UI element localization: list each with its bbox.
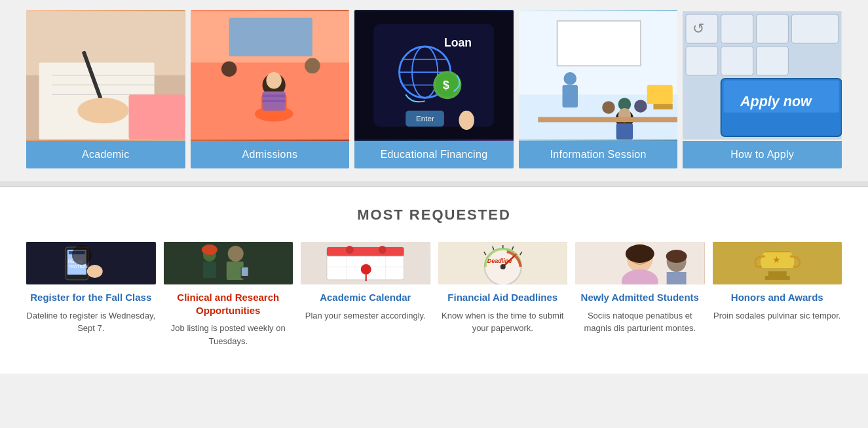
svg-rect-37	[557, 21, 640, 66]
svg-point-40	[602, 101, 615, 114]
svg-rect-47	[647, 85, 672, 104]
svg-point-87	[361, 264, 371, 275]
item-honors-title: Honors and Awards	[713, 291, 842, 304]
svg-rect-17	[262, 94, 285, 97]
svg-rect-51	[721, 14, 753, 43]
svg-point-72	[227, 246, 243, 262]
bottom-section: MOST REQUESTED REGIS- TRATION	[0, 187, 868, 374]
svg-text:Apply now: Apply now	[740, 94, 812, 109]
item-newly-admitted-image	[575, 242, 705, 284]
svg-point-97	[500, 264, 505, 269]
item-clinical[interactable]: Clinical and Research Opportunities Job …	[164, 242, 293, 347]
item-register-image: REGIS- TRATION	[26, 242, 156, 284]
item-clinical-title: Clinical and Research Opportunities	[164, 291, 293, 317]
svg-point-33	[459, 111, 474, 130]
svg-rect-71	[202, 262, 216, 278]
svg-rect-8	[129, 94, 185, 139]
svg-rect-48	[653, 104, 672, 109]
items-grid: REGIS- TRATION Register for the Fall Cla…	[26, 242, 842, 347]
svg-point-68	[72, 245, 92, 265]
card-academic[interactable]: Academic	[26, 10, 185, 168]
card-apply-label: How to Apply	[683, 141, 842, 168]
item-honors[interactable]: ★ Honors and Awards Proin sodales pulvin…	[713, 242, 842, 347]
svg-point-85	[346, 246, 354, 254]
svg-text:Deadline: Deadline	[487, 258, 511, 264]
svg-point-67	[87, 265, 103, 278]
svg-text:★: ★	[772, 254, 780, 265]
item-register-title: Register for the Fall Class	[26, 291, 156, 304]
card-financing[interactable]: $ Enter Loan Educational Financing	[354, 10, 514, 168]
svg-rect-11	[229, 18, 312, 56]
card-grid: Academic	[26, 10, 842, 168]
card-info-session-image	[519, 10, 678, 141]
item-honors-desc: Proin sodales pulvinar sic tempor.	[713, 309, 842, 322]
svg-rect-39	[562, 85, 577, 107]
card-admissions-image	[191, 10, 350, 141]
svg-point-74	[201, 244, 217, 255]
svg-rect-52	[757, 14, 789, 43]
svg-rect-107	[768, 271, 786, 277]
svg-text:↺: ↺	[692, 21, 704, 37]
card-admissions-label: Admissions	[191, 141, 350, 168]
svg-point-42	[634, 100, 647, 113]
card-academic-label: Academic	[26, 141, 185, 168]
svg-rect-105	[667, 272, 687, 284]
svg-text:Loan: Loan	[444, 36, 472, 49]
svg-point-7	[77, 98, 128, 123]
card-financing-image: $ Enter Loan	[354, 10, 514, 141]
svg-rect-108	[764, 276, 789, 280]
card-apply[interactable]: Apply now ↺ How to Apply	[683, 10, 842, 168]
card-info-session-label: Information Session	[519, 141, 678, 168]
item-honors-image: ★	[713, 242, 842, 284]
svg-rect-61	[26, 242, 156, 284]
item-register-desc: Dateline to register is Wednesday, Sept …	[26, 309, 156, 335]
svg-point-101	[626, 244, 654, 263]
svg-rect-56	[757, 47, 789, 75]
svg-text:$: $	[443, 79, 449, 92]
svg-point-104	[666, 250, 687, 263]
svg-point-19	[221, 61, 236, 76]
svg-rect-46	[538, 117, 677, 123]
svg-rect-45	[616, 123, 632, 139]
item-financial-aid[interactable]: Deadline Financial Aid Deadlines Know wh…	[438, 242, 568, 347]
svg-text:TRATION: TRATION	[68, 264, 88, 269]
svg-rect-54	[686, 47, 718, 75]
svg-text:Enter: Enter	[416, 114, 434, 123]
item-financial-aid-desc: Know when is the time to submit your pap…	[438, 309, 568, 335]
item-academic-cal-desc: Plan your semester accordingly.	[301, 309, 430, 322]
svg-point-20	[305, 58, 320, 73]
item-financial-aid-title: Financial Aid Deadlines	[438, 291, 568, 304]
card-info-session[interactable]: Information Session	[519, 10, 678, 168]
svg-point-38	[563, 72, 576, 85]
svg-rect-18	[262, 100, 285, 102]
item-academic-cal-image	[301, 242, 430, 284]
card-admissions[interactable]: Admissions	[191, 10, 350, 168]
item-newly-admitted-title: Newly Admitted Students	[575, 291, 705, 304]
svg-point-86	[379, 246, 387, 254]
most-requested-title: MOST REQUESTED	[26, 206, 842, 224]
item-academic-cal[interactable]: Academic Calendar Plan your semester acc…	[301, 242, 430, 347]
item-newly-admitted-desc: Sociis natoque penatibus et magnis dis p…	[575, 309, 705, 335]
item-newly-admitted[interactable]: Newly Admitted Students Sociis natoque p…	[575, 242, 705, 347]
item-academic-cal-title: Academic Calendar	[301, 291, 430, 304]
svg-rect-53	[792, 14, 839, 43]
section-divider	[0, 182, 868, 187]
svg-rect-79	[327, 247, 404, 256]
item-financial-aid-image: Deadline	[438, 242, 568, 284]
svg-point-15	[266, 72, 281, 88]
item-register[interactable]: REGIS- TRATION Register for the Fall Cla…	[26, 242, 156, 347]
top-section: Academic	[0, 0, 868, 182]
svg-rect-76	[241, 267, 248, 276]
card-financing-label: Educational Financing	[354, 141, 514, 168]
card-academic-image	[26, 10, 185, 141]
card-apply-image: Apply now ↺	[683, 10, 842, 141]
item-clinical-image	[164, 242, 293, 284]
item-clinical-desc: Job listing is posted weekly on Tuesdays…	[164, 322, 293, 347]
svg-rect-55	[721, 47, 753, 75]
